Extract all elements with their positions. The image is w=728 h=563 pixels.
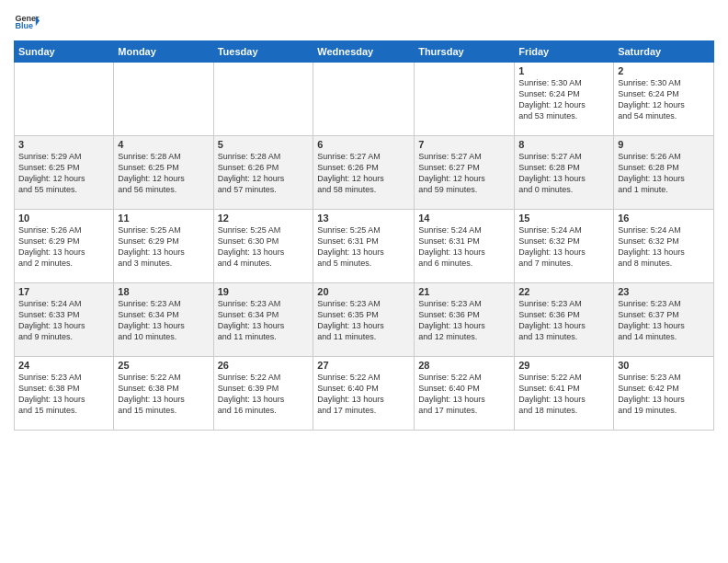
calendar-cell: 14Sunrise: 5:24 AM Sunset: 6:31 PM Dayli… bbox=[415, 210, 515, 283]
day-info: Sunrise: 5:22 AM Sunset: 6:41 PM Dayligh… bbox=[518, 372, 609, 417]
day-number: 24 bbox=[18, 360, 109, 371]
day-number: 8 bbox=[518, 139, 609, 150]
day-number: 25 bbox=[118, 360, 209, 371]
day-number: 21 bbox=[418, 286, 510, 297]
calendar-cell: 2Sunrise: 5:30 AM Sunset: 6:24 PM Daylig… bbox=[614, 63, 714, 136]
calendar-header-row: SundayMondayTuesdayWednesdayThursdayFrid… bbox=[15, 41, 714, 63]
day-info: Sunrise: 5:23 AM Sunset: 6:35 PM Dayligh… bbox=[317, 298, 410, 343]
day-number: 13 bbox=[317, 213, 410, 224]
day-info: Sunrise: 5:24 AM Sunset: 6:32 PM Dayligh… bbox=[618, 224, 710, 270]
calendar-cell: 10Sunrise: 5:26 AM Sunset: 6:29 PM Dayli… bbox=[15, 210, 114, 283]
calendar-cell: 4Sunrise: 5:28 AM Sunset: 6:25 PM Daylig… bbox=[114, 136, 213, 210]
day-info: Sunrise: 5:23 AM Sunset: 6:36 PM Dayligh… bbox=[518, 298, 609, 343]
day-number: 12 bbox=[218, 213, 310, 224]
calendar-cell: 6Sunrise: 5:27 AM Sunset: 6:26 PM Daylig… bbox=[313, 136, 415, 210]
calendar-cell: 9Sunrise: 5:26 AM Sunset: 6:28 PM Daylig… bbox=[614, 136, 714, 210]
calendar-cell: 25Sunrise: 5:22 AM Sunset: 6:38 PM Dayli… bbox=[114, 357, 213, 431]
day-info: Sunrise: 5:28 AM Sunset: 6:26 PM Dayligh… bbox=[218, 151, 310, 196]
calendar-week-4: 17Sunrise: 5:24 AM Sunset: 6:33 PM Dayli… bbox=[15, 283, 714, 357]
day-number: 11 bbox=[118, 213, 209, 224]
calendar-cell: 20Sunrise: 5:23 AM Sunset: 6:35 PM Dayli… bbox=[313, 283, 415, 357]
calendar-week-3: 10Sunrise: 5:26 AM Sunset: 6:29 PM Dayli… bbox=[15, 210, 714, 283]
day-info: Sunrise: 5:30 AM Sunset: 6:24 PM Dayligh… bbox=[618, 77, 710, 122]
day-info: Sunrise: 5:23 AM Sunset: 6:38 PM Dayligh… bbox=[18, 372, 109, 417]
day-number: 6 bbox=[317, 139, 410, 150]
day-number: 29 bbox=[518, 360, 609, 371]
calendar-week-2: 3Sunrise: 5:29 AM Sunset: 6:25 PM Daylig… bbox=[15, 136, 714, 210]
day-info: Sunrise: 5:22 AM Sunset: 6:38 PM Dayligh… bbox=[118, 372, 209, 417]
calendar-cell: 19Sunrise: 5:23 AM Sunset: 6:34 PM Dayli… bbox=[213, 283, 313, 357]
day-info: Sunrise: 5:22 AM Sunset: 6:39 PM Dayligh… bbox=[218, 372, 310, 417]
calendar-cell bbox=[313, 63, 415, 136]
calendar-cell bbox=[213, 63, 313, 136]
weekday-header-wednesday: Wednesday bbox=[313, 41, 415, 63]
calendar-cell: 26Sunrise: 5:22 AM Sunset: 6:39 PM Dayli… bbox=[213, 357, 313, 431]
day-number: 16 bbox=[618, 213, 710, 224]
day-number: 28 bbox=[418, 360, 510, 371]
day-info: Sunrise: 5:23 AM Sunset: 6:34 PM Dayligh… bbox=[118, 298, 209, 343]
calendar-cell: 13Sunrise: 5:25 AM Sunset: 6:31 PM Dayli… bbox=[313, 210, 415, 283]
weekday-header-friday: Friday bbox=[515, 41, 614, 63]
day-info: Sunrise: 5:23 AM Sunset: 6:37 PM Dayligh… bbox=[618, 298, 710, 343]
calendar-cell: 16Sunrise: 5:24 AM Sunset: 6:32 PM Dayli… bbox=[614, 210, 714, 283]
calendar-cell: 21Sunrise: 5:23 AM Sunset: 6:36 PM Dayli… bbox=[415, 283, 515, 357]
day-number: 15 bbox=[518, 213, 609, 224]
day-number: 10 bbox=[18, 213, 109, 224]
day-info: Sunrise: 5:27 AM Sunset: 6:26 PM Dayligh… bbox=[317, 151, 410, 196]
day-number: 22 bbox=[518, 286, 609, 297]
day-number: 18 bbox=[118, 286, 209, 297]
day-info: Sunrise: 5:23 AM Sunset: 6:34 PM Dayligh… bbox=[218, 298, 310, 343]
day-info: Sunrise: 5:27 AM Sunset: 6:28 PM Dayligh… bbox=[518, 151, 609, 196]
day-number: 26 bbox=[218, 360, 310, 371]
calendar-cell: 28Sunrise: 5:22 AM Sunset: 6:40 PM Dayli… bbox=[415, 357, 515, 431]
calendar-cell: 27Sunrise: 5:22 AM Sunset: 6:40 PM Dayli… bbox=[313, 357, 415, 431]
weekday-header-monday: Monday bbox=[114, 41, 213, 63]
svg-text:Blue: Blue bbox=[15, 21, 33, 30]
day-number: 5 bbox=[218, 139, 310, 150]
calendar-cell bbox=[415, 63, 515, 136]
calendar-cell bbox=[114, 63, 213, 136]
logo-icon: General Blue bbox=[14, 9, 40, 35]
day-number: 17 bbox=[18, 286, 109, 297]
page-container: General Blue SundayMondayTuesdayWednesda… bbox=[0, 0, 728, 440]
calendar-cell: 3Sunrise: 5:29 AM Sunset: 6:25 PM Daylig… bbox=[15, 136, 114, 210]
calendar-cell: 7Sunrise: 5:27 AM Sunset: 6:27 PM Daylig… bbox=[415, 136, 515, 210]
day-info: Sunrise: 5:28 AM Sunset: 6:25 PM Dayligh… bbox=[118, 151, 209, 196]
weekday-header-tuesday: Tuesday bbox=[213, 41, 313, 63]
day-info: Sunrise: 5:24 AM Sunset: 6:33 PM Dayligh… bbox=[18, 298, 109, 343]
day-info: Sunrise: 5:24 AM Sunset: 6:32 PM Dayligh… bbox=[518, 224, 609, 270]
day-number: 7 bbox=[418, 139, 510, 150]
day-info: Sunrise: 5:25 AM Sunset: 6:29 PM Dayligh… bbox=[118, 224, 209, 270]
day-number: 27 bbox=[317, 360, 410, 371]
day-info: Sunrise: 5:23 AM Sunset: 6:36 PM Dayligh… bbox=[418, 298, 510, 343]
calendar-cell: 29Sunrise: 5:22 AM Sunset: 6:41 PM Dayli… bbox=[515, 357, 614, 431]
calendar-table: SundayMondayTuesdayWednesdayThursdayFrid… bbox=[14, 40, 714, 431]
day-info: Sunrise: 5:29 AM Sunset: 6:25 PM Dayligh… bbox=[18, 151, 109, 196]
day-number: 4 bbox=[118, 139, 209, 150]
calendar-cell: 5Sunrise: 5:28 AM Sunset: 6:26 PM Daylig… bbox=[213, 136, 313, 210]
calendar-cell: 23Sunrise: 5:23 AM Sunset: 6:37 PM Dayli… bbox=[614, 283, 714, 357]
day-number: 23 bbox=[618, 286, 710, 297]
day-number: 9 bbox=[618, 139, 710, 150]
day-info: Sunrise: 5:25 AM Sunset: 6:31 PM Dayligh… bbox=[317, 224, 410, 270]
day-info: Sunrise: 5:23 AM Sunset: 6:42 PM Dayligh… bbox=[618, 372, 710, 417]
day-info: Sunrise: 5:26 AM Sunset: 6:28 PM Dayligh… bbox=[618, 151, 710, 196]
day-number: 1 bbox=[518, 65, 609, 76]
day-info: Sunrise: 5:25 AM Sunset: 6:30 PM Dayligh… bbox=[218, 224, 310, 270]
calendar-week-5: 24Sunrise: 5:23 AM Sunset: 6:38 PM Dayli… bbox=[15, 357, 714, 431]
day-info: Sunrise: 5:24 AM Sunset: 6:31 PM Dayligh… bbox=[418, 224, 510, 270]
day-number: 3 bbox=[18, 139, 109, 150]
day-info: Sunrise: 5:22 AM Sunset: 6:40 PM Dayligh… bbox=[418, 372, 510, 417]
day-info: Sunrise: 5:30 AM Sunset: 6:24 PM Dayligh… bbox=[518, 77, 609, 122]
calendar-cell: 18Sunrise: 5:23 AM Sunset: 6:34 PM Dayli… bbox=[114, 283, 213, 357]
calendar-cell: 1Sunrise: 5:30 AM Sunset: 6:24 PM Daylig… bbox=[515, 63, 614, 136]
day-info: Sunrise: 5:27 AM Sunset: 6:27 PM Dayligh… bbox=[418, 151, 510, 196]
header: General Blue bbox=[14, 9, 714, 35]
weekday-header-saturday: Saturday bbox=[614, 41, 714, 63]
weekday-header-sunday: Sunday bbox=[15, 41, 114, 63]
calendar-cell bbox=[15, 63, 114, 136]
calendar-cell: 8Sunrise: 5:27 AM Sunset: 6:28 PM Daylig… bbox=[515, 136, 614, 210]
day-number: 30 bbox=[618, 360, 710, 371]
day-number: 19 bbox=[218, 286, 310, 297]
calendar-cell: 15Sunrise: 5:24 AM Sunset: 6:32 PM Dayli… bbox=[515, 210, 614, 283]
